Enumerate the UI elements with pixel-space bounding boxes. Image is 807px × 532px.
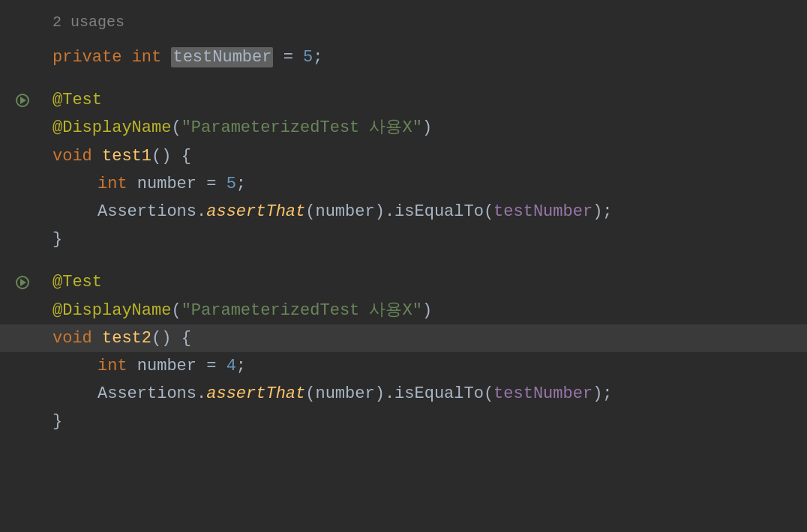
keyword-private: private bbox=[52, 48, 132, 67]
code-text: (number).isEqualTo( bbox=[305, 384, 494, 403]
number-literal: 5 bbox=[303, 48, 313, 67]
code-line: Assertions.assertThat(number).isEqualTo(… bbox=[0, 198, 807, 226]
run-gutter-icon[interactable] bbox=[8, 89, 38, 112]
blank-line bbox=[0, 71, 807, 86]
code-line: @DisplayName("ParameterizedTest 사용X") bbox=[0, 114, 807, 142]
code-content: void test2() { bbox=[52, 325, 191, 351]
code-text: ; bbox=[236, 175, 246, 193]
code-text: } bbox=[52, 412, 62, 431]
run-button-icon[interactable] bbox=[16, 276, 29, 289]
code-line: @Test bbox=[0, 86, 807, 114]
code-content: int number = 5; bbox=[52, 171, 246, 197]
keyword-void: void bbox=[52, 147, 102, 166]
code-content: Assertions.assertThat(number).isEqualTo(… bbox=[52, 199, 613, 225]
code-text: = bbox=[273, 48, 303, 67]
keyword-int: int bbox=[98, 357, 137, 375]
code-text: Assertions. bbox=[98, 202, 206, 221]
code-text: ); bbox=[592, 202, 612, 221]
code-content: @DisplayName("ParameterizedTest 사용X") bbox=[52, 115, 432, 141]
number-literal: 5 bbox=[226, 175, 236, 193]
code-text: ( bbox=[171, 118, 181, 137]
annotation-displayname: @DisplayName bbox=[52, 301, 171, 320]
string-literal: "ParameterizedTest 사용X" bbox=[182, 301, 422, 320]
method-assert: assertThat bbox=[206, 384, 305, 403]
field-ref: testNumber bbox=[494, 384, 592, 403]
code-line: int number = 4; bbox=[0, 352, 807, 380]
keyword-int: int bbox=[98, 175, 137, 193]
code-editor: 2 usages private int testNumber = 5; @Te… bbox=[0, 0, 807, 532]
code-text: } bbox=[52, 230, 62, 249]
blank-line bbox=[0, 253, 807, 268]
code-text: ) bbox=[422, 118, 432, 137]
annotation-test: @Test bbox=[52, 91, 102, 109]
field-name-highlighted: testNumber bbox=[171, 47, 273, 67]
code-content: @Test bbox=[52, 269, 102, 295]
field-ref: testNumber bbox=[494, 202, 592, 221]
code-line: @Test bbox=[0, 268, 807, 296]
method-name: test2 bbox=[102, 329, 152, 348]
code-content: @DisplayName("ParameterizedTest 사용X") bbox=[52, 297, 432, 324]
method-name: test1 bbox=[102, 147, 152, 166]
code-text: ) bbox=[422, 301, 432, 320]
code-text: ; bbox=[236, 357, 246, 375]
code-line: @DisplayName("ParameterizedTest 사용X") bbox=[0, 297, 807, 324]
code-text: () { bbox=[152, 147, 191, 166]
keyword-void: void bbox=[52, 329, 102, 348]
code-text: ( bbox=[171, 301, 181, 320]
method-assert: assertThat bbox=[206, 202, 305, 221]
code-text: ); bbox=[592, 384, 612, 403]
usages-count: 2 usages bbox=[0, 7, 807, 43]
string-literal: "ParameterizedTest 사용X" bbox=[182, 118, 422, 137]
annotation-displayname: @DisplayName bbox=[52, 118, 171, 137]
code-line: Assertions.assertThat(number).isEqualTo(… bbox=[0, 380, 807, 408]
code-content: @Test bbox=[52, 87, 102, 113]
number-literal: 4 bbox=[226, 357, 236, 375]
run-button-icon[interactable] bbox=[16, 94, 29, 107]
code-line: void test1() { bbox=[0, 142, 807, 170]
code-text: (number).isEqualTo( bbox=[305, 202, 494, 221]
code-text: number = bbox=[137, 357, 226, 375]
run-gutter-icon[interactable] bbox=[8, 271, 38, 294]
annotation-test: @Test bbox=[52, 273, 102, 291]
code-line: private int testNumber = 5; bbox=[0, 43, 807, 71]
code-text: Assertions. bbox=[98, 384, 206, 403]
code-content: } bbox=[52, 226, 62, 253]
code-content: Assertions.assertThat(number).isEqualTo(… bbox=[52, 381, 613, 407]
code-content: } bbox=[52, 408, 62, 435]
current-code-line: void test2() { bbox=[0, 324, 807, 352]
code-text: ; bbox=[313, 48, 322, 67]
code-content: void test1() { bbox=[52, 143, 191, 169]
code-content: int number = 4; bbox=[52, 353, 246, 379]
code-text: () { bbox=[152, 329, 191, 348]
code-line: int number = 5; bbox=[0, 170, 807, 198]
code-line: } bbox=[0, 408, 807, 435]
code-content: private int testNumber = 5; bbox=[52, 44, 322, 70]
code-line: } bbox=[0, 226, 807, 253]
code-text: number = bbox=[137, 175, 226, 193]
keyword-int: int bbox=[132, 48, 172, 67]
